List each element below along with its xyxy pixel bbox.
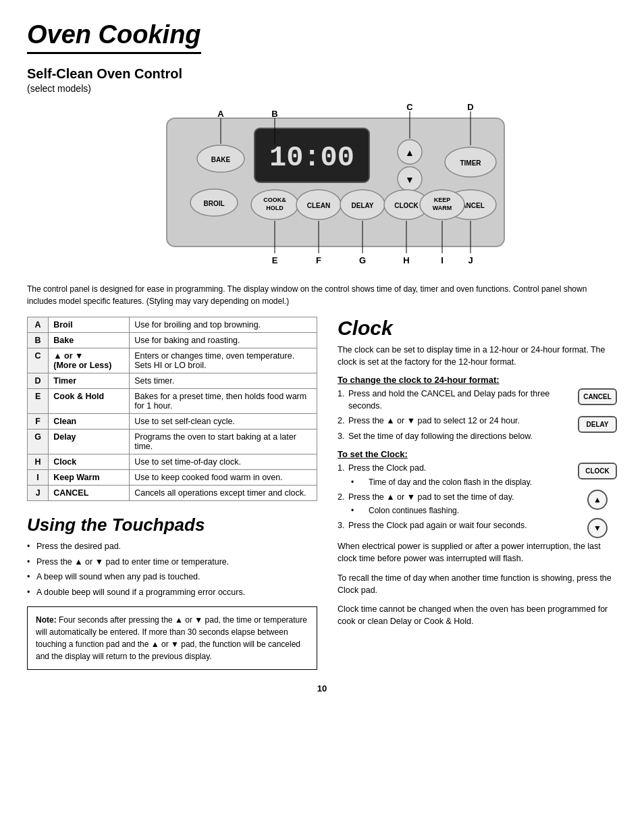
self-clean-heading: Self-Clean Oven Control	[27, 66, 617, 82]
note-text: Four seconds after pressing the ▲ or ▼ p…	[36, 615, 307, 661]
left-column: ABroilUse for broiling and top browning.…	[27, 317, 317, 670]
touchpads-title: Using the Touchpads	[27, 515, 317, 536]
table-row: FCleanUse to set self-clean cycle.	[28, 414, 317, 429]
svg-text:J: J	[468, 255, 473, 265]
table-row: ECook & HoldBakes for a preset time, the…	[28, 389, 317, 414]
set-clock-list: 1. Press the Clock pad.Time of day and t…	[338, 463, 617, 531]
clock-title: Clock	[338, 317, 617, 340]
change-24-step: 3. Set the time of day following the dir…	[338, 431, 617, 443]
touchpads-list: Press the desired pad.Press the ▲ or ▼ p…	[27, 541, 317, 598]
svg-text:F: F	[316, 255, 321, 265]
clock-para3: Clock time cannot be changed when the ov…	[338, 603, 617, 627]
set-clock-step: 3. Press the Clock pad again or wait fou…	[338, 520, 617, 532]
svg-text:HOLD: HOLD	[266, 205, 284, 211]
svg-text:▲: ▲	[405, 147, 414, 158]
table-row: C▲ or ▼ (More or Less)Enters or changes …	[28, 348, 317, 373]
touchpads-section: Using the Touchpads Press the desired pa…	[27, 515, 317, 670]
set-clock-step: 2. Press the ▲ or ▼ pad to set the time …	[338, 492, 617, 517]
svg-text:A: A	[217, 109, 224, 119]
change-24-title: To change the clock to 24-hour format:	[338, 375, 617, 385]
touchpad-bullet: A double beep will sound if a programmin…	[27, 587, 317, 599]
svg-text:▼: ▼	[405, 174, 414, 185]
control-diagram-svg: 10:00 BAKE BROIL ▲ ▼ TIMER CANCEL COOK& …	[126, 98, 518, 280]
set-clock-step: 1. Press the Clock pad.Time of day and t…	[338, 463, 617, 488]
table-row: GDelayPrograms the oven to start baking …	[28, 429, 317, 454]
svg-text:TIMER: TIMER	[460, 159, 481, 167]
change-24-list: 1. Press and hold the CANCEL and Delay p…	[338, 388, 617, 442]
right-column: Clock The clock can be set to display ti…	[338, 317, 617, 670]
svg-text:I: I	[441, 255, 444, 265]
page-title: Oven Cooking	[27, 20, 201, 54]
control-description: The control panel is designed for ease i…	[27, 283, 617, 307]
svg-text:BROIL: BROIL	[203, 200, 224, 207]
table-row: HClockUse to set time-of-day clock.	[28, 454, 317, 470]
self-clean-section: Self-Clean Oven Control (select models)	[27, 66, 617, 94]
table-row: ABroilUse for broiling and top browning.	[28, 317, 317, 333]
svg-text:G: G	[359, 255, 366, 265]
svg-text:E: E	[272, 255, 278, 265]
svg-text:DELAY: DELAY	[352, 202, 374, 209]
svg-text:BAKE: BAKE	[211, 156, 231, 163]
touchpad-bullet: A beep will sound when any pad is touche…	[27, 571, 317, 583]
table-row: JCANCELCancels all operations except tim…	[28, 486, 317, 501]
svg-text:10:00: 10:00	[269, 142, 354, 174]
svg-text:CLOCK: CLOCK	[394, 202, 419, 209]
main-content: ABroilUse for broiling and top browning.…	[27, 317, 617, 670]
note-label: Note:	[36, 615, 57, 625]
svg-text:B: B	[271, 109, 277, 119]
set-clock-section: To set the Clock: CLOCK ▲ ▼ 1. Press the…	[338, 449, 617, 531]
page-number: 10	[27, 683, 617, 694]
clock-description: The clock can be set to display time in …	[338, 344, 617, 368]
clock-para1: When electrical power is supplied or aft…	[338, 540, 617, 565]
table-row: BBakeUse for baking and roasting.	[28, 333, 317, 348]
svg-text:H: H	[403, 255, 409, 265]
svg-text:COOK&: COOK&	[263, 197, 286, 203]
table-row: DTimerSets timer.	[28, 373, 317, 389]
control-table: ABroilUse for broiling and top browning.…	[27, 317, 317, 501]
svg-text:C: C	[406, 102, 413, 112]
table-row: IKeep WarmUse to keep cooked food warm i…	[28, 470, 317, 486]
svg-text:KEEP: KEEP	[434, 197, 451, 203]
clock-para2: To recall the time of day when another t…	[338, 572, 617, 596]
svg-text:WARM: WARM	[433, 205, 452, 211]
touchpad-bullet: Press the ▲ or ▼ pad to enter time or te…	[27, 556, 317, 569]
self-clean-subheading: (select models)	[27, 83, 617, 94]
svg-text:CLEAN: CLEAN	[307, 202, 330, 209]
set-clock-title: To set the Clock:	[338, 449, 617, 459]
touchpad-bullet: Press the desired pad.	[27, 541, 317, 553]
control-diagram-container: 10:00 BAKE BROIL ▲ ▼ TIMER CANCEL COOK& …	[27, 98, 617, 280]
change-24-section: To change the clock to 24-hour format: C…	[338, 375, 617, 442]
note-box: Note: Four seconds after pressing the ▲ …	[27, 606, 317, 670]
change-24-step: 2. Press the ▲ or ▼ pad to select 12 or …	[338, 415, 617, 427]
change-24-step: 1. Press and hold the CANCEL and Delay p…	[338, 388, 617, 412]
svg-text:D: D	[467, 102, 473, 112]
